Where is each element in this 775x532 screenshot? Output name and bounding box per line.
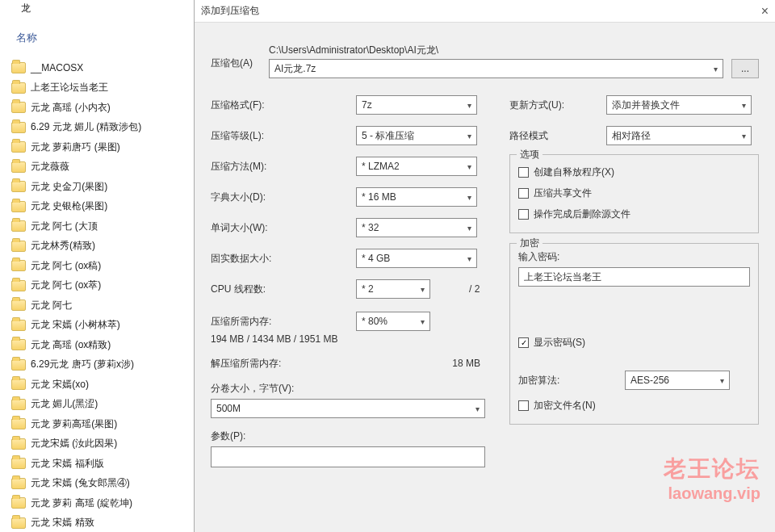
- folder-item[interactable]: 元龙 高瑶 (ox精致): [11, 335, 141, 355]
- folder-label: __MACOSX: [31, 62, 83, 73]
- solid-combo[interactable]: * 4 GB ▾: [356, 249, 477, 268]
- folder-item[interactable]: 元龙 宋嫣(xo): [11, 375, 141, 395]
- options-group-title: 选项: [517, 148, 542, 161]
- shared-label: 压缩共享文件: [534, 186, 592, 200]
- folder-icon: [11, 320, 26, 331]
- options-group: 选项 创建自释放程序(X) 压缩共享文件 操作完成后删除源文件: [509, 154, 759, 233]
- solid-label: 固实数据大小:: [211, 252, 356, 266]
- mem-comp-detail: 194 MB / 1434 MB / 1951 MB: [211, 333, 485, 345]
- chevron-down-icon: ▾: [467, 224, 471, 232]
- folder-item[interactable]: 元龙 史金刀(果图): [11, 177, 141, 197]
- folder-label: 元龙 宋嫣 (兔女郎黑④): [31, 476, 130, 490]
- folder-item[interactable]: 元龙 萝莉唐巧 (果图): [11, 137, 141, 157]
- folder-item[interactable]: 元龙 阿七: [11, 295, 141, 316]
- password-input[interactable]: 上老王论坛当老王: [518, 267, 750, 287]
- folder-item[interactable]: 元龙 宋嫣 (兔女郎黑④): [11, 474, 141, 494]
- pathmode-label: 路径模式: [509, 129, 606, 143]
- folder-item[interactable]: 元龙 史银枪(果图): [11, 197, 141, 217]
- delete-checkbox[interactable]: [518, 209, 529, 220]
- threads-value: * 2: [362, 283, 374, 295]
- encrypt-names-label: 加密文件名(N): [534, 399, 596, 413]
- format-label: 压缩格式(F):: [211, 98, 356, 112]
- breadcrumb-tail: 龙: [21, 2, 31, 15]
- archive-filename-combo[interactable]: AI元龙.7z ▾: [269, 59, 723, 78]
- folder-item[interactable]: 元龙 萝莉高瑶(果图): [11, 414, 141, 434]
- folder-item[interactable]: 6.29 元龙 媚儿 (精致涉包): [11, 118, 141, 138]
- archive-path-prefix: C:\Users\Administrator\Desktop\AI元龙\: [269, 44, 759, 57]
- column-header-name[interactable]: 名称: [16, 31, 37, 45]
- folder-icon: [11, 359, 26, 371]
- folder-item[interactable]: 元龙 高瑶 (小内衣): [11, 98, 141, 118]
- format-combo[interactable]: 7z ▾: [356, 95, 477, 115]
- chevron-down-icon: ▾: [714, 65, 718, 73]
- dialog-title: 添加到压缩包: [201, 4, 259, 18]
- close-icon[interactable]: ×: [761, 4, 769, 19]
- pathmode-combo[interactable]: 相对路径 ▾: [606, 126, 752, 145]
- folder-label: 元龙 媚儿(黑涩): [31, 397, 98, 411]
- folder-label: 元龙 宋嫣 福利版: [31, 457, 104, 471]
- folder-label: 6.29 元龙 媚儿 (精致涉包): [31, 120, 141, 134]
- params-input[interactable]: [211, 446, 485, 467]
- folder-label: 元龙 萝莉唐巧 (果图): [31, 140, 120, 154]
- folder-item[interactable]: 元龙林秀(精致): [11, 237, 141, 257]
- block-size-combo[interactable]: 500M ▾: [211, 399, 485, 418]
- folder-icon: [11, 260, 26, 271]
- folder-item[interactable]: 元龙薇薇: [11, 157, 141, 178]
- folder-label: 元龙 宋嫣 精致: [31, 516, 94, 530]
- folder-item[interactable]: 元龙 阿七 (ox稿): [11, 256, 141, 276]
- folder-icon: [11, 438, 26, 450]
- threads-combo[interactable]: * 2 ▾: [356, 279, 430, 299]
- browse-button[interactable]: ...: [731, 59, 759, 78]
- show-password-checkbox[interactable]: ✓: [518, 337, 529, 348]
- folder-item[interactable]: 元龙 阿七 (ox萃): [11, 276, 141, 296]
- folder-item[interactable]: 元龙 宋嫣 精致: [11, 513, 141, 533]
- block-size-label: 分卷大小，字节(V):: [211, 382, 485, 396]
- method-combo[interactable]: * LZMA2 ▾: [356, 157, 477, 176]
- folder-item[interactable]: 元龙 宋嫣 (小树林萃): [11, 316, 141, 336]
- mem-decomp-label: 解压缩所需内存:: [211, 357, 356, 371]
- folder-item[interactable]: 元龙 宋嫣 福利版: [11, 454, 141, 474]
- folder-label: 元龙 阿七 (ox萃): [31, 279, 101, 292]
- folder-icon: [11, 418, 26, 429]
- archive-label: 压缩包(A): [211, 44, 269, 70]
- folder-label: 元龙 萝莉 高瑶 (綻乾坤): [31, 496, 132, 510]
- folder-icon: [11, 181, 26, 192]
- folder-icon: [11, 201, 26, 212]
- folder-label: 元龙 宋嫣(xo): [31, 378, 89, 392]
- dict-combo[interactable]: * 16 MB ▾: [356, 187, 477, 207]
- level-value: 5 - 标准压缩: [362, 129, 414, 143]
- level-combo[interactable]: 5 - 标准压缩 ▾: [356, 126, 477, 145]
- encrypt-names-checkbox[interactable]: [518, 400, 529, 411]
- folder-icon: [11, 280, 26, 291]
- folder-item[interactable]: 元龙 媚儿(黑涩): [11, 395, 141, 415]
- folder-item[interactable]: 上老王论坛当老王: [11, 78, 141, 98]
- sfx-checkbox[interactable]: [518, 167, 529, 178]
- show-password-label: 显示密码(S): [534, 336, 585, 350]
- sfx-label: 创建自释放程序(X): [534, 165, 614, 179]
- chevron-down-icon: ▾: [421, 285, 425, 294]
- folder-icon: [11, 517, 26, 529]
- folder-icon: [11, 300, 26, 311]
- folder-icon: [11, 399, 26, 410]
- shared-checkbox[interactable]: [518, 188, 529, 199]
- folder-icon: [11, 497, 26, 509]
- folder-item[interactable]: __MACOSX: [11, 58, 141, 78]
- update-combo[interactable]: 添加并替换文件 ▾: [606, 95, 752, 115]
- folder-label: 元龙 宋嫣 (小树林萃): [31, 318, 120, 332]
- add-to-archive-dialog: 添加到压缩包 × 压缩包(A) C:\Users\Administrator\D…: [194, 0, 775, 532]
- enc-method-combo[interactable]: AES-256 ▾: [625, 371, 730, 390]
- folder-item[interactable]: 元龙 阿七 (大顶: [11, 216, 141, 237]
- mem-pct-value: * 80%: [362, 316, 388, 327]
- folder-icon: [11, 62, 26, 73]
- format-value: 7z: [362, 99, 372, 111]
- folder-item[interactable]: 元龙宋嫣 (汝此因果): [11, 434, 141, 455]
- chevron-down-icon: ▾: [467, 254, 471, 263]
- folder-item[interactable]: 6.29元龙 唐巧 (萝莉x涉): [11, 355, 141, 375]
- folder-item[interactable]: 元龙 萝莉 高瑶 (綻乾坤): [11, 493, 141, 513]
- method-value: * LZMA2: [362, 161, 400, 172]
- folder-label: 上老王论坛当老王: [31, 81, 108, 94]
- word-combo[interactable]: * 32 ▾: [356, 218, 477, 237]
- threads-label: CPU 线程数:: [211, 283, 356, 296]
- dict-label: 字典大小(D):: [211, 191, 356, 204]
- mem-pct-combo[interactable]: * 80% ▾: [356, 312, 430, 331]
